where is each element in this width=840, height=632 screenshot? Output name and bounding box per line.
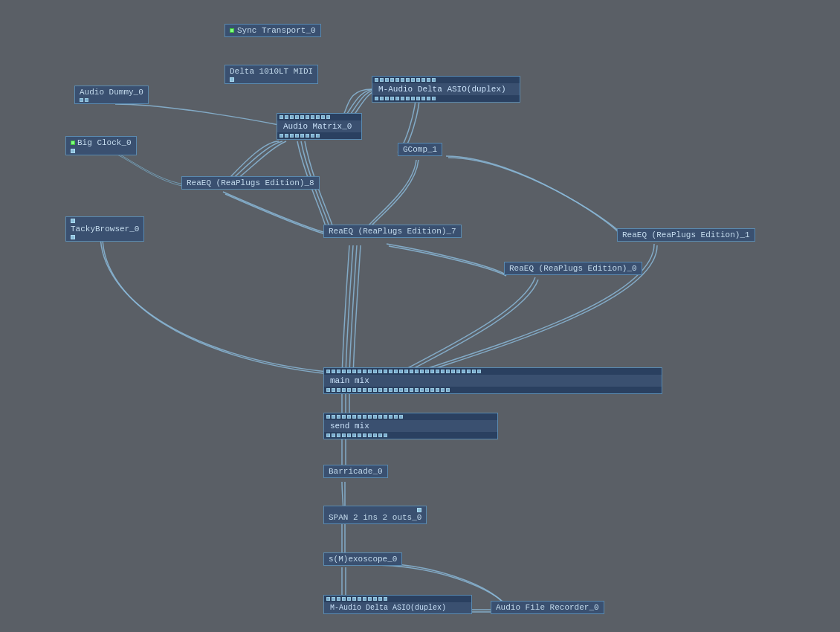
- big-clock-node[interactable]: Big Clock_0: [65, 136, 137, 155]
- barricade-label: Barricade_0: [329, 467, 383, 476]
- audio-file-recorder-node[interactable]: Audio File Recorder_0: [491, 601, 604, 614]
- big-clock-label: Big Clock_0: [77, 138, 132, 147]
- send-mix-pins-bottom: [324, 432, 497, 439]
- delta-midi-label: Delta 1010LT MIDI: [230, 67, 313, 76]
- delta-midi-node[interactable]: Delta 1010LT MIDI: [224, 65, 318, 84]
- send-mix-label: send mix: [324, 420, 497, 432]
- tacky-browser-node[interactable]: TackyBrowser_0: [65, 216, 144, 242]
- big-clock-indicator: [71, 141, 75, 145]
- reaeq-8-label: ReaEQ (ReaPlugs Edition)_8: [187, 178, 314, 187]
- reaeq-1-label: ReaEQ (ReaPlugs Edition)_1: [622, 230, 750, 239]
- span-pin: [417, 508, 421, 512]
- reaeq-1-node[interactable]: ReaEQ (ReaPlugs Edition)_1: [617, 228, 755, 242]
- m-audio-top-pins-top: [372, 77, 520, 83]
- main-mix-pins-top: [324, 368, 662, 375]
- m-audio-asio-bottom-node[interactable]: M-Audio Delta ASIO(duplex): [323, 595, 472, 614]
- main-mix-node[interactable]: main mix: [323, 367, 662, 394]
- barricade-node[interactable]: Barricade_0: [323, 465, 388, 478]
- sync-transport-node[interactable]: Sync Transport_0: [224, 24, 321, 37]
- send-mix-node[interactable]: send mix: [323, 413, 498, 439]
- audio-matrix-node[interactable]: Audio Matrix_0: [277, 113, 362, 140]
- main-mix-pins-bottom: [324, 387, 662, 393]
- gcomp-node[interactable]: GComp_1: [398, 143, 442, 156]
- m-audio-asio-top-label: M-Audio Delta ASIO(duplex): [372, 83, 520, 95]
- smexoscope-label: s(M)exoscope_0: [329, 555, 397, 564]
- audio-matrix-label: Audio Matrix_0: [277, 120, 361, 132]
- smexoscope-node[interactable]: s(M)exoscope_0: [323, 552, 402, 566]
- gcomp-label: GComp_1: [403, 145, 437, 154]
- audio-dummy-node[interactable]: Audio Dummy_0: [74, 86, 149, 104]
- span-label: SPAN 2 ins 2 outs_0: [329, 513, 421, 522]
- audio-matrix-pins-bottom: [277, 132, 361, 139]
- m-audio-asio-top-node[interactable]: M-Audio Delta ASIO(duplex): [372, 76, 520, 103]
- audio-dummy-pin-1: [80, 98, 83, 102]
- reaeq-8-node[interactable]: ReaEQ (ReaPlugs Edition)_8: [181, 176, 320, 190]
- audio-file-recorder-label: Audio File Recorder_0: [496, 603, 599, 612]
- span-node[interactable]: SPAN 2 ins 2 outs_0: [323, 506, 427, 524]
- tacky-browser-label: TackyBrowser_0: [71, 225, 139, 233]
- audio-dummy-pin-2: [85, 98, 88, 102]
- sync-transport-label: Sync Transport_0: [237, 26, 316, 35]
- reaeq-7-label: ReaEQ (ReaPlugs Edition)_7: [329, 227, 456, 236]
- m-audio-top-pins-bottom: [372, 95, 520, 102]
- audio-dummy-label: Audio Dummy_0: [80, 88, 143, 97]
- audio-matrix-pins-top: [277, 114, 361, 120]
- m-audio-asio-bottom-label: M-Audio Delta ASIO(duplex): [324, 602, 471, 613]
- reaeq-0-label: ReaEQ (ReaPlugs Edition)_0: [509, 264, 637, 273]
- send-mix-pins-top: [324, 413, 497, 420]
- main-mix-label: main mix: [324, 375, 662, 387]
- reaeq-0-node[interactable]: ReaEQ (ReaPlugs Edition)_0: [504, 262, 642, 275]
- m-audio-bottom-pins-top: [324, 596, 471, 602]
- reaeq-7-node[interactable]: ReaEQ (ReaPlugs Edition)_7: [323, 225, 462, 238]
